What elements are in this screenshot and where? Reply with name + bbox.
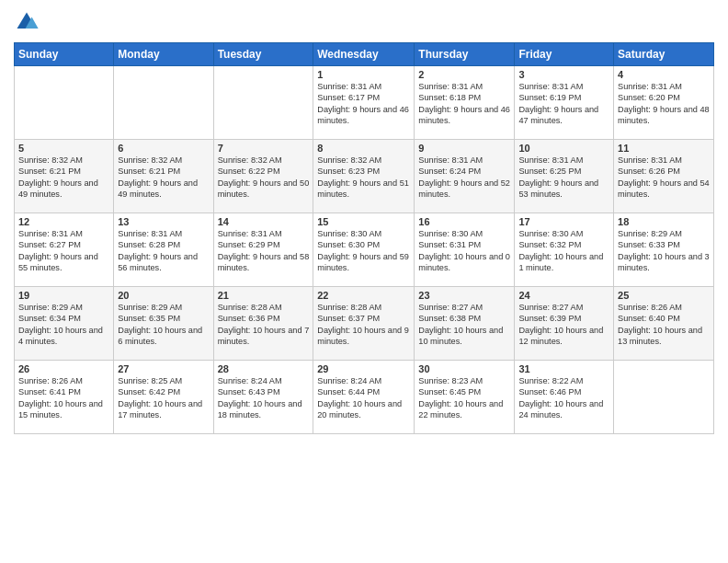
day-info: Sunrise: 8:30 AM Sunset: 6:32 PM Dayligh…	[518, 228, 609, 274]
day-number: 5	[18, 143, 109, 154]
day-cell: 4Sunrise: 8:31 AM Sunset: 6:20 PM Daylig…	[614, 66, 714, 140]
day-number: 26	[18, 363, 109, 374]
day-cell: 17Sunrise: 8:30 AM Sunset: 6:32 PM Dayli…	[515, 213, 614, 287]
day-cell: 12Sunrise: 8:31 AM Sunset: 6:27 PM Dayli…	[15, 213, 114, 287]
weekday-header-monday: Monday	[114, 43, 213, 66]
day-number: 1	[317, 69, 410, 80]
day-cell: 14Sunrise: 8:31 AM Sunset: 6:29 PM Dayli…	[213, 213, 313, 287]
day-number: 9	[418, 143, 510, 154]
day-cell: 29Sunrise: 8:24 AM Sunset: 6:44 PM Dayli…	[313, 361, 415, 434]
day-cell	[614, 361, 714, 434]
day-number: 10	[518, 143, 609, 154]
day-cell: 10Sunrise: 8:31 AM Sunset: 6:25 PM Dayli…	[515, 140, 614, 213]
day-cell: 23Sunrise: 8:27 AM Sunset: 6:38 PM Dayli…	[415, 287, 515, 361]
day-info: Sunrise: 8:29 AM Sunset: 6:33 PM Dayligh…	[618, 228, 710, 274]
day-info: Sunrise: 8:29 AM Sunset: 6:35 PM Dayligh…	[118, 302, 209, 348]
day-info: Sunrise: 8:31 AM Sunset: 6:24 PM Dayligh…	[418, 155, 510, 201]
day-cell: 11Sunrise: 8:31 AM Sunset: 6:26 PM Dayli…	[614, 140, 714, 213]
day-info: Sunrise: 8:27 AM Sunset: 6:39 PM Dayligh…	[518, 302, 609, 348]
weekday-header-saturday: Saturday	[614, 43, 714, 66]
day-number: 7	[218, 143, 310, 154]
day-cell: 16Sunrise: 8:30 AM Sunset: 6:31 PM Dayli…	[415, 213, 515, 287]
day-cell: 26Sunrise: 8:26 AM Sunset: 6:41 PM Dayli…	[15, 361, 114, 434]
day-cell: 24Sunrise: 8:27 AM Sunset: 6:39 PM Dayli…	[515, 287, 614, 361]
day-cell: 6Sunrise: 8:32 AM Sunset: 6:21 PM Daylig…	[114, 140, 213, 213]
day-number: 12	[18, 216, 109, 227]
day-cell	[114, 66, 213, 140]
day-cell: 5Sunrise: 8:32 AM Sunset: 6:21 PM Daylig…	[15, 140, 114, 213]
day-info: Sunrise: 8:31 AM Sunset: 6:20 PM Dayligh…	[618, 81, 710, 127]
day-cell: 19Sunrise: 8:29 AM Sunset: 6:34 PM Dayli…	[15, 287, 114, 361]
day-cell: 15Sunrise: 8:30 AM Sunset: 6:30 PM Dayli…	[313, 213, 415, 287]
weekday-header-tuesday: Tuesday	[213, 43, 313, 66]
day-number: 6	[118, 143, 209, 154]
week-row-3: 12Sunrise: 8:31 AM Sunset: 6:27 PM Dayli…	[15, 213, 714, 287]
day-number: 22	[317, 290, 410, 301]
day-info: Sunrise: 8:31 AM Sunset: 6:25 PM Dayligh…	[518, 155, 609, 201]
day-number: 31	[518, 363, 609, 374]
day-cell: 22Sunrise: 8:28 AM Sunset: 6:37 PM Dayli…	[313, 287, 415, 361]
day-number: 17	[518, 216, 609, 227]
day-info: Sunrise: 8:28 AM Sunset: 6:37 PM Dayligh…	[317, 302, 410, 348]
day-info: Sunrise: 8:32 AM Sunset: 6:21 PM Dayligh…	[18, 155, 109, 201]
week-row-2: 5Sunrise: 8:32 AM Sunset: 6:21 PM Daylig…	[15, 140, 714, 213]
weekday-header-sunday: Sunday	[15, 43, 114, 66]
day-number: 16	[418, 216, 510, 227]
day-info: Sunrise: 8:24 AM Sunset: 6:43 PM Dayligh…	[218, 375, 310, 421]
day-cell: 31Sunrise: 8:22 AM Sunset: 6:46 PM Dayli…	[515, 361, 614, 434]
day-number: 27	[118, 363, 209, 374]
day-number: 29	[317, 363, 410, 374]
day-number: 24	[518, 290, 609, 301]
day-cell: 25Sunrise: 8:26 AM Sunset: 6:40 PM Dayli…	[614, 287, 714, 361]
day-info: Sunrise: 8:31 AM Sunset: 6:28 PM Dayligh…	[118, 228, 209, 274]
day-number: 15	[317, 216, 410, 227]
day-number: 23	[418, 290, 510, 301]
day-info: Sunrise: 8:31 AM Sunset: 6:29 PM Dayligh…	[218, 228, 310, 274]
day-info: Sunrise: 8:26 AM Sunset: 6:40 PM Dayligh…	[618, 302, 710, 348]
day-info: Sunrise: 8:30 AM Sunset: 6:31 PM Dayligh…	[418, 228, 510, 274]
day-number: 19	[18, 290, 109, 301]
day-info: Sunrise: 8:27 AM Sunset: 6:38 PM Dayligh…	[418, 302, 510, 348]
weekday-header-friday: Friday	[515, 43, 614, 66]
day-number: 30	[418, 363, 510, 374]
week-row-4: 19Sunrise: 8:29 AM Sunset: 6:34 PM Dayli…	[15, 287, 714, 361]
day-info: Sunrise: 8:22 AM Sunset: 6:46 PM Dayligh…	[518, 375, 609, 421]
day-cell: 21Sunrise: 8:28 AM Sunset: 6:36 PM Dayli…	[213, 287, 313, 361]
logo	[14, 9, 43, 35]
day-info: Sunrise: 8:29 AM Sunset: 6:34 PM Dayligh…	[18, 302, 109, 348]
day-info: Sunrise: 8:25 AM Sunset: 6:42 PM Dayligh…	[118, 375, 209, 421]
day-number: 18	[618, 216, 710, 227]
day-number: 25	[618, 290, 710, 301]
day-cell: 2Sunrise: 8:31 AM Sunset: 6:18 PM Daylig…	[415, 66, 515, 140]
day-number: 20	[118, 290, 209, 301]
day-number: 4	[618, 69, 710, 80]
weekday-header-wednesday: Wednesday	[313, 43, 415, 66]
day-info: Sunrise: 8:31 AM Sunset: 6:19 PM Dayligh…	[518, 81, 609, 127]
day-cell: 28Sunrise: 8:24 AM Sunset: 6:43 PM Dayli…	[213, 361, 313, 434]
day-cell: 1Sunrise: 8:31 AM Sunset: 6:17 PM Daylig…	[313, 66, 415, 140]
day-info: Sunrise: 8:24 AM Sunset: 6:44 PM Dayligh…	[317, 375, 410, 421]
day-number: 11	[618, 143, 710, 154]
day-number: 21	[218, 290, 310, 301]
calendar: SundayMondayTuesdayWednesdayThursdayFrid…	[14, 42, 714, 434]
week-row-1: 1Sunrise: 8:31 AM Sunset: 6:17 PM Daylig…	[15, 66, 714, 140]
day-cell	[213, 66, 313, 140]
day-info: Sunrise: 8:31 AM Sunset: 6:26 PM Dayligh…	[618, 155, 710, 201]
day-number: 28	[218, 363, 310, 374]
day-info: Sunrise: 8:30 AM Sunset: 6:30 PM Dayligh…	[317, 228, 410, 274]
weekday-header-thursday: Thursday	[415, 43, 515, 66]
header	[14, 9, 714, 35]
day-info: Sunrise: 8:32 AM Sunset: 6:22 PM Dayligh…	[218, 155, 310, 201]
day-number: 14	[218, 216, 310, 227]
day-cell: 8Sunrise: 8:32 AM Sunset: 6:23 PM Daylig…	[313, 140, 415, 213]
day-cell: 7Sunrise: 8:32 AM Sunset: 6:22 PM Daylig…	[213, 140, 313, 213]
day-info: Sunrise: 8:31 AM Sunset: 6:18 PM Dayligh…	[418, 81, 510, 127]
day-info: Sunrise: 8:31 AM Sunset: 6:27 PM Dayligh…	[18, 228, 109, 274]
day-info: Sunrise: 8:23 AM Sunset: 6:45 PM Dayligh…	[418, 375, 510, 421]
day-cell: 9Sunrise: 8:31 AM Sunset: 6:24 PM Daylig…	[415, 140, 515, 213]
day-number: 3	[518, 69, 609, 80]
weekday-header-row: SundayMondayTuesdayWednesdayThursdayFrid…	[15, 43, 714, 66]
day-cell: 18Sunrise: 8:29 AM Sunset: 6:33 PM Dayli…	[614, 213, 714, 287]
logo-icon	[14, 9, 40, 35]
day-info: Sunrise: 8:31 AM Sunset: 6:17 PM Dayligh…	[317, 81, 410, 127]
